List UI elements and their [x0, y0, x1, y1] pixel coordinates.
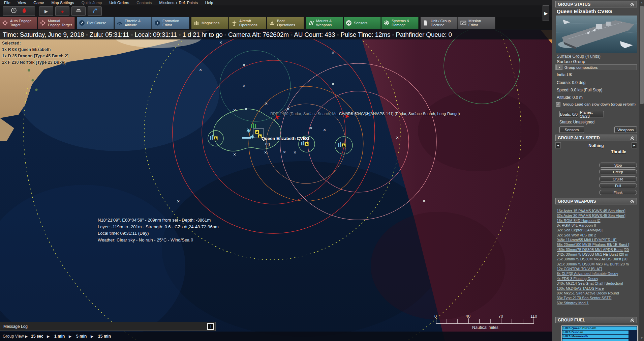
- weapon-link[interactable]: 321x 30mm/75 DS30M Mk3 HE Burst [20 m: [557, 262, 638, 266]
- throttle-full-button[interactable]: Full: [599, 183, 637, 188]
- weapon-link[interactable]: 4x FDS-3 Floating Decoy: [557, 276, 638, 281]
- menu-view[interactable]: View: [18, 1, 26, 5]
- sidebar-expand-button[interactable]: ▶: [543, 5, 549, 21]
- fuel-row[interactable]: HMS Queen Elizabeth: [562, 326, 637, 330]
- unknown-contact-icon[interactable]: ✕: [286, 107, 289, 111]
- group-map-label[interactable]: Queen Elizabeth CVBG: [262, 136, 309, 141]
- sensors-panel-button[interactable]: Sensors: [559, 126, 584, 133]
- group-status-header[interactable]: GROUP STATUS: [555, 1, 637, 7]
- weapon-link[interactable]: 100x Mk245A2 TALOS Flare: [557, 286, 638, 291]
- weapon-link[interactable]: 8x RGM-84L Harpoon II: [557, 223, 638, 228]
- altitude-next-button[interactable]: ►: [632, 142, 637, 148]
- mission-editor-button[interactable]: MissionEditor: [458, 17, 495, 29]
- menu-missions-ref-points[interactable]: Missions + Ref. Points: [159, 1, 198, 5]
- weapon-link[interactable]: 450x 30mm/75 DS30B Mk1 APDS Burst [20: [557, 247, 638, 252]
- record-button[interactable]: ●: [55, 6, 69, 16]
- systems-damage-button[interactable]: Systems &Damage: [381, 17, 419, 29]
- time-speed-5min[interactable]: 5 min: [76, 334, 87, 339]
- boat-operations-button[interactable]: BoatOperations: [267, 17, 304, 29]
- weapon-link[interactable]: 8x DLF(3) Advanced Inflatable Decoy: [557, 271, 638, 276]
- weapons-panel-button[interactable]: Weapons: [614, 126, 637, 133]
- unit-group-doctrine-button[interactable]: Unit / GroupDoctrine: [421, 17, 458, 29]
- collapse-chevron-icon[interactable]: [630, 199, 635, 204]
- scroll-down-icon[interactable]: ▼: [639, 337, 644, 340]
- unknown-contact-icon[interactable]: ✕: [422, 199, 425, 203]
- unknown-contact-icon[interactable]: ✕: [177, 199, 180, 203]
- group-view-label[interactable]: Group View: [3, 334, 24, 339]
- unknown-contact-icon[interactable]: ✕: [396, 136, 399, 140]
- collapse-chevron-icon[interactable]: [630, 318, 635, 322]
- unknown-contact-icon[interactable]: ✕: [309, 126, 312, 130]
- menu-help[interactable]: Help: [205, 1, 213, 5]
- unknown-contact-icon[interactable]: ✕: [283, 150, 286, 154]
- magazines-button[interactable]: Magazines: [191, 17, 228, 29]
- scroll-up-icon[interactable]: ▲: [639, 1, 644, 4]
- altitude-prev-button[interactable]: ◄: [555, 142, 561, 148]
- throttle-creep-button[interactable]: Creep: [599, 169, 637, 174]
- menu-file[interactable]: File: [4, 1, 10, 5]
- weapon-link[interactable]: 948x 114mm/55 Mk8 HE(MP)ER HE: [557, 237, 638, 242]
- group-composition-link[interactable]: Surface Group (4 units): [557, 54, 601, 59]
- weapon-link[interactable]: 340x Mk214 Sea Gnat Chaff [Seduction]: [557, 281, 638, 286]
- menu-map-settings[interactable]: Map Settings: [52, 1, 74, 5]
- map-viewport[interactable]: ✕✕✕✕✕✕✕✕✕✕✕✕✕✕✕✕✕✕✕✕: [0, 30, 552, 341]
- time-acceleration-group[interactable]: [3, 6, 35, 16]
- boats-button[interactable]: Boats: 0/0: [559, 111, 578, 117]
- weapon-link[interactable]: 12x CONTRALTO-V [SLAT]: [557, 266, 638, 271]
- unknown-contact-icon[interactable]: ✕: [242, 63, 245, 67]
- group-alt-speed-header[interactable]: GROUP ALT / SPEED: [555, 135, 637, 141]
- unknown-contact-icon[interactable]: ✕: [264, 150, 267, 154]
- collapse-chevron-icon[interactable]: [630, 136, 635, 140]
- weapon-link[interactable]: 32x Sea Wolf VLS Blk 2: [557, 233, 638, 237]
- weapon-link[interactable]: 33x Type 2170 Sea Sentor SSTD: [557, 295, 638, 300]
- auto-engage-target-button[interactable]: Auto EngageTarget: [0, 17, 37, 29]
- weapon-link[interactable]: 55x 20mm/100 Mk15 Phalanx Blk 1B Burst [: [557, 242, 638, 247]
- fuel-row[interactable]: HMS Duncan: [562, 331, 637, 334]
- time-speed-15min[interactable]: 15 min: [98, 334, 111, 339]
- unknown-contact-icon[interactable]: ✕: [233, 152, 236, 157]
- group-weapons-header[interactable]: GROUP WEAPONS: [555, 198, 637, 204]
- throttle-altitude-button[interactable]: Throttle &Altitude: [115, 17, 152, 29]
- weapon-link[interactable]: 16x RGM-84D Harpoon IC: [557, 218, 638, 223]
- message-log-bar[interactable]: Message Log ↑: [0, 322, 216, 331]
- jump-to-location-button[interactable]: [88, 6, 102, 16]
- selected-unit[interactable]: 1x R 08 Queen Elizabeth: [2, 47, 68, 53]
- sidebar-scrollbar[interactable]: ▲ ▼: [639, 0, 644, 341]
- collapse-chevron-icon[interactable]: [630, 2, 635, 7]
- unknown-contact-icon[interactable]: ✕: [265, 102, 268, 106]
- unknown-contact-icon[interactable]: ✕: [219, 40, 222, 45]
- selected-unit[interactable]: 2x F 230 Norfolk [Type 23 Duke]: [2, 59, 68, 66]
- weapon-link[interactable]: 342x 30mm/75 DS30B Mk1 HE Burst [20 m: [557, 252, 638, 257]
- throttle-cruise-button[interactable]: Cruise: [599, 176, 637, 181]
- aircraft-operations-button[interactable]: AircraftOperations: [229, 17, 266, 29]
- unknown-contact-icon[interactable]: ✕: [323, 128, 326, 132]
- unknown-contact-icon[interactable]: ✕: [331, 82, 334, 86]
- weapon-link[interactable]: 75x 30mm/75 DS30M Mk2 APDS Burst [20: [557, 257, 638, 261]
- menu-unit-orders[interactable]: Unit Orders: [109, 1, 129, 5]
- sensors-button[interactable]: Sensors: [344, 17, 381, 29]
- planes-button[interactable]: Planes: 19/23: [580, 111, 604, 117]
- scrollbar-thumb[interactable]: [640, 6, 644, 104]
- weapon-link[interactable]: 16x Aster 15 PAAMS [GWS.45 Sea Viper]: [557, 208, 638, 213]
- unknown-contact-icon[interactable]: ✕: [199, 68, 202, 72]
- group-fuel-header[interactable]: GROUP FUEL: [555, 317, 637, 323]
- weapon-link[interactable]: 32x Sea Ceptor [CAMM(M)]: [557, 228, 638, 232]
- play-button[interactable]: ▶: [39, 6, 53, 16]
- dropdown-arrow-icon[interactable]: ▼: [556, 65, 562, 70]
- throttle-flank-button[interactable]: Flank: [599, 190, 637, 195]
- mounts-weapons-button[interactable]: Mounts &Weapons: [306, 17, 343, 29]
- unknown-contact-icon[interactable]: ✕: [244, 107, 247, 111]
- manual-engage-target-button[interactable]: ManualEngage Target: [38, 17, 75, 29]
- unknown-contact-icon[interactable]: ✕: [233, 108, 236, 112]
- fuel-row[interactable]: [562, 339, 637, 341]
- menu-game[interactable]: Game: [33, 1, 44, 5]
- plot-course-button[interactable]: Plot Course: [77, 17, 114, 29]
- throttle-stop-button[interactable]: Stop: [599, 163, 637, 168]
- formation-editor-button[interactable]: FormationEditor: [152, 17, 189, 29]
- map-layers-button[interactable]: [71, 6, 86, 16]
- unknown-contact-icon[interactable]: ✕: [242, 84, 245, 88]
- time-speed-1min[interactable]: 1 min: [54, 334, 65, 339]
- weapon-link[interactable]: 80x Mk251 Siren Active Decoy Round: [557, 291, 638, 295]
- weapon-link[interactable]: 32x Aster 30 PAAMS [GWS.45 Sea Viper]: [557, 213, 638, 218]
- map-canvas[interactable]: ✕✕✕✕✕✕✕✕✕✕✕✕✕✕✕✕✕✕✕✕: [0, 30, 552, 341]
